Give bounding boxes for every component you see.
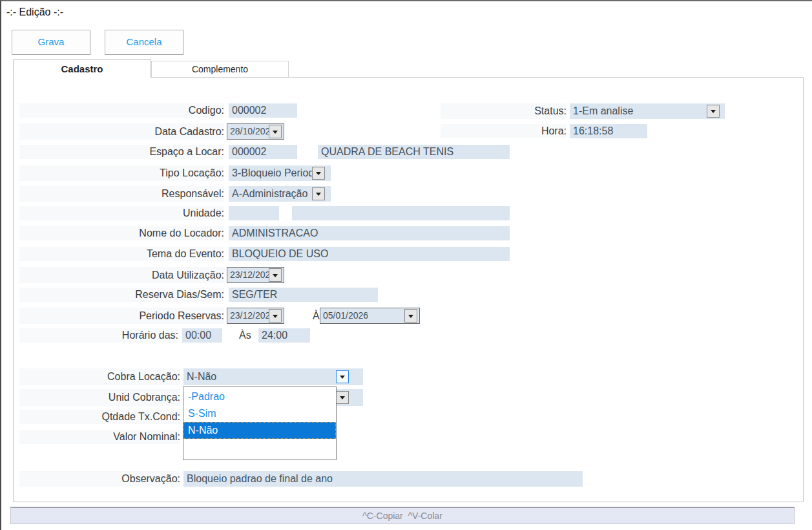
tab-complemento[interactable]: Complemento [151,61,289,77]
horario-from-field[interactable]: 00:00 [182,328,222,343]
periodo-reservas-to-dropdown-button[interactable] [404,309,417,323]
qtdade-tx-cond-label: Qtdade Tx.Cond: [19,410,180,424]
statusbar: ^C-Copiar ^V-Colar [10,507,795,524]
periodo-reservas-a-label: À [313,308,320,324]
hora-field[interactable]: 16:18:58 [570,124,647,138]
periodo-reservas-label: Periodo Reservas: [19,308,224,324]
observacao-field[interactable]: Bloqueio padrao de final de ano [183,471,583,487]
tab-cadastro[interactable]: Cadastro [13,59,151,78]
status-combobox[interactable]: 1-Em analise [570,103,725,119]
horario-to-field[interactable]: 24:00 [258,328,310,343]
reserva-dias-field[interactable]: SEG/TER [229,288,378,302]
reserva-dias-label: Reserva Dias/Sem: [19,288,224,302]
tema-evento-label: Tema do Evento: [19,247,224,261]
horario-label: Horário das: [19,328,178,343]
cobra-locacao-dropdown-list: -Padrao S-Sim N-Não [183,387,337,460]
valor-nominal-label: Valor Nominal: [19,430,180,444]
tipo-locacao-dropdown-button[interactable] [312,167,325,180]
data-utilizacao-label: Data Utilização: [19,267,224,283]
unid-cobranca-label: Unid Cobrança: [19,389,180,406]
responsavel-dropdown-button[interactable] [312,187,325,200]
tema-evento-field[interactable]: BLOQUEIO DE USO [229,247,510,261]
data-cadastro-dropdown-button[interactable] [269,125,282,138]
responsavel-label: Responsável: [19,186,224,202]
periodo-reservas-from-dropdown-button[interactable] [269,309,282,323]
data-cadastro-label: Data Cadastro: [19,123,224,140]
tipo-locacao-label: Tipo Locação: [19,165,224,181]
nome-locador-label: Nome do Locador: [19,226,224,240]
espaco-a-locar-code-field[interactable]: 000002 [229,145,297,159]
status-label: Status: [441,103,567,119]
espaco-a-locar-name-field[interactable]: QUADRA DE BEACH TENIS [318,145,510,159]
window-title: -:- Edição -:- [6,6,63,18]
unidade-label: Unidade: [19,206,224,220]
observacao-label: Observação: [19,471,180,487]
unidade-name-field[interactable] [292,206,510,220]
dropdown-option-sim[interactable]: S-Sim [183,405,336,422]
grava-button[interactable]: Grava [12,30,90,55]
unid-cobranca-dropdown-button[interactable] [336,391,349,404]
status-dropdown-button[interactable] [707,105,720,118]
edition-window: { "window": { "title": "-:- Edição -:-" … [0,0,812,530]
hora-label: Hora: [441,124,567,138]
cobra-locacao-dropdown-button[interactable] [336,370,349,383]
dropdown-option-padrao[interactable]: -Padrao [183,388,336,405]
cobra-locacao-label: Cobra Locação: [19,368,180,385]
unidade-code-field[interactable] [229,206,279,220]
data-utilizacao-dropdown-button[interactable] [269,268,282,282]
nome-locador-field[interactable]: ADMINISTRACAO [229,226,510,240]
cancela-button[interactable]: Cancela [105,30,183,55]
dropdown-option-nao-selected[interactable]: N-Não [183,422,336,439]
horario-as-label: Às [239,328,251,343]
codigo-label: Codigo: [19,103,224,118]
codigo-field[interactable]: 000002 [229,103,297,118]
espaco-a-locar-label: Espaço a Locar: [19,145,224,159]
